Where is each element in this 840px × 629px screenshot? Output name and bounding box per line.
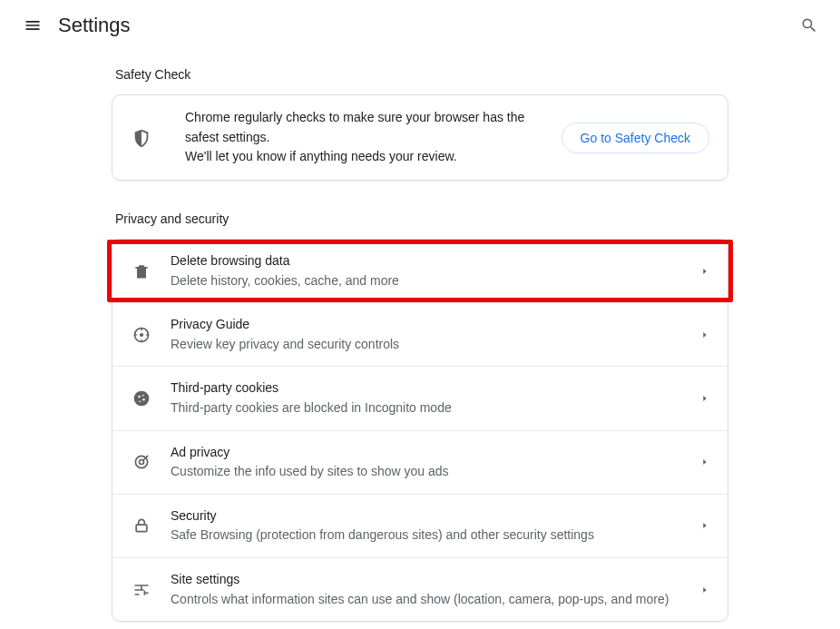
hamburger-icon [24,16,42,34]
privacy-security-label: Privacy and security [115,211,728,226]
row-sub: Safe Browsing (protection from dangerous… [171,526,700,545]
svg-rect-4 [136,526,147,533]
safety-check-label: Safety Check [115,67,728,82]
target-icon [131,451,152,473]
compass-icon [131,324,152,346]
tune-icon [131,579,152,601]
menu-button[interactable] [15,7,51,44]
chevron-right-icon [700,330,709,339]
row-sub: Review key privacy and security controls [171,336,700,354]
lock-icon [131,515,152,536]
safety-check-card: Chrome regularly checks to make sure you… [112,94,728,181]
row-title: Security [171,507,700,526]
row-delete-browsing-data[interactable]: Delete browsing data Delete history, coo… [112,240,728,302]
chevron-right-icon [700,521,709,530]
svg-point-1 [141,334,143,337]
safety-line2: We'll let you know if anything needs you… [185,149,457,163]
row-site-settings[interactable]: Site settings Controls what information … [112,557,728,621]
privacy-list: Delete browsing data Delete history, coo… [112,239,728,622]
search-button[interactable] [791,7,827,44]
safety-check-text: Chrome regularly checks to make sure you… [185,108,547,167]
chevron-right-icon [700,585,709,595]
cookie-icon [131,388,152,409]
row-title: Site settings [171,571,700,589]
row-security[interactable]: Security Safe Browsing (protection from … [112,494,728,557]
search-icon [800,16,818,34]
row-third-party-cookies[interactable]: Third-party cookies Third-party cookies … [112,366,728,429]
chevron-right-icon [700,394,709,403]
row-sub: Customize the info used by sites to show… [171,463,700,481]
safety-line1: Chrome regularly checks to make sure you… [185,110,524,144]
row-privacy-guide[interactable]: Privacy Guide Review key privacy and sec… [112,302,728,366]
row-sub: Third-party cookies are blocked in Incog… [171,399,700,418]
chevron-right-icon [700,457,709,467]
row-ad-privacy[interactable]: Ad privacy Customize the info used by si… [112,430,728,494]
page-title: Settings [58,14,131,37]
go-to-safety-check-button[interactable]: Go to Safety Check [562,123,709,153]
row-title: Delete browsing data [171,252,700,270]
svg-point-3 [140,460,144,465]
row-title: Privacy Guide [171,316,700,334]
trash-icon [131,260,152,282]
row-sub: Controls what information sites can use … [171,591,700,609]
chevron-right-icon [700,267,709,276]
settings-content: Safety Check Chrome regularly checks to … [112,51,728,622]
row-title: Third-party cookies [171,379,700,398]
row-sub: Delete history, cookies, cache, and more [171,272,700,290]
row-title: Ad privacy [171,444,700,462]
header: Settings [0,0,840,51]
shield-icon [131,127,152,149]
